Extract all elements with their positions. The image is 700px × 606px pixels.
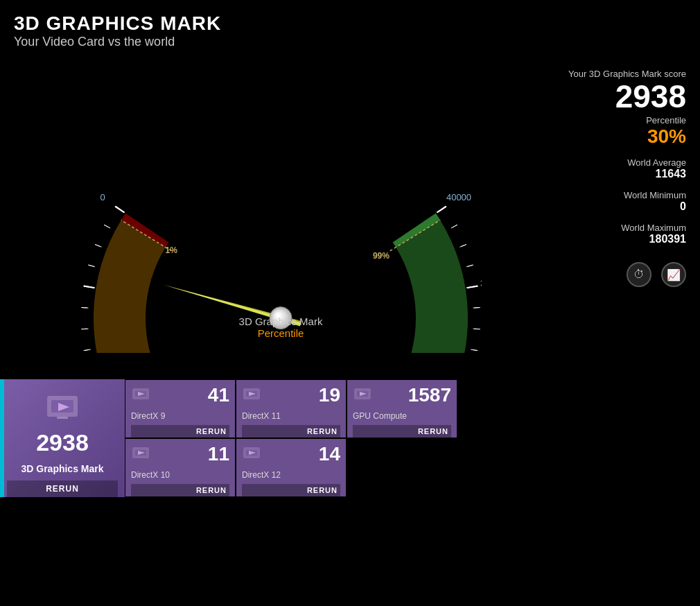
tile-directx11-score: 19 bbox=[319, 384, 340, 406]
gauge-area: 3D Graphics Mark Percentile bbox=[14, 62, 548, 360]
tile-directx9-top: 41 bbox=[131, 384, 229, 406]
gauge-label: 3D Graphics Mark Percentile bbox=[239, 315, 323, 339]
tile-directx11-top: 19 bbox=[242, 384, 340, 406]
main-tile: 2938 3D Graphics Mark RERUN bbox=[0, 379, 125, 497]
tile-directx10-score: 11 bbox=[208, 443, 229, 465]
gauge-center-label: 3D Graphics Mark bbox=[239, 315, 323, 327]
main-tile-icon bbox=[44, 389, 80, 425]
world-minimum-row: World Minimum 0 bbox=[554, 190, 686, 213]
page-subtitle: Your Video Card vs the world bbox=[14, 35, 686, 49]
gauge-canvas bbox=[80, 62, 482, 353]
tile-directx9-score: 41 bbox=[208, 384, 229, 406]
tile-directx11-rerun[interactable]: RERUN bbox=[242, 425, 340, 438]
world-average-row: World Average 11643 bbox=[554, 157, 686, 180]
tile-directx10: 11 DirectX 10 RERUN bbox=[125, 438, 236, 497]
percentile-value: 30% bbox=[554, 125, 686, 148]
tile-directx12-top: 14 bbox=[242, 443, 340, 465]
tile-gpu-compute: 1587 GPU Compute RERUN bbox=[347, 379, 457, 438]
header: 3D GRAPHICS MARK Your Video Card vs the … bbox=[0, 0, 700, 55]
main-content: 3D Graphics Mark Percentile Your 3D Grap… bbox=[0, 62, 700, 360]
main-tile-score: 2938 bbox=[36, 429, 89, 456]
tile-directx10-rerun[interactable]: RERUN bbox=[131, 484, 229, 496]
tile-gpu-compute-label: GPU Compute bbox=[353, 411, 451, 421]
main-tile-top: 2938 bbox=[36, 389, 89, 456]
tile-directx10-icon bbox=[131, 443, 150, 462]
tile-directx12-label: DirectX 12 bbox=[242, 470, 340, 480]
score-label: Your 3D Graphics Mark score bbox=[554, 69, 686, 79]
world-average-value: 11643 bbox=[554, 168, 686, 180]
main-tile-rerun[interactable]: RERUN bbox=[7, 481, 118, 497]
gauge-icon-button[interactable]: ⏱ bbox=[627, 262, 651, 287]
world-average-label: World Average bbox=[554, 157, 686, 168]
main-tile-label: 3D Graphics Mark bbox=[21, 463, 103, 474]
tile-gpu-compute-rerun[interactable]: RERUN bbox=[353, 425, 451, 438]
tile-directx11-label: DirectX 11 bbox=[242, 411, 340, 421]
tile-directx9-icon bbox=[131, 384, 150, 404]
tile-directx9-rerun[interactable]: RERUN bbox=[131, 425, 229, 438]
tile-directx12-icon bbox=[242, 443, 261, 462]
tile-gpu-compute-top: 1587 bbox=[353, 384, 451, 406]
score-value: 2938 bbox=[554, 80, 686, 112]
gauge-center-sublabel: Percentile bbox=[239, 327, 323, 339]
tile-directx11: 19 DirectX 11 RERUN bbox=[236, 379, 347, 438]
tile-gpu-compute-icon bbox=[353, 384, 372, 404]
world-minimum-label: World Minimum bbox=[554, 190, 686, 200]
tiles-section: 2938 3D Graphics Mark RERUN 41 DirectX 9… bbox=[0, 372, 700, 497]
tile-gpu-compute-score: 1587 bbox=[408, 384, 451, 406]
tile-directx12-rerun[interactable]: RERUN bbox=[242, 484, 340, 496]
tile-directx11-icon bbox=[242, 384, 261, 404]
svg-rect-3 bbox=[57, 417, 68, 419]
world-minimum-value: 0 bbox=[554, 200, 686, 213]
percentile-label: Percentile bbox=[554, 115, 686, 125]
page-title: 3D GRAPHICS MARK bbox=[14, 12, 686, 35]
tile-directx9: 41 DirectX 9 RERUN bbox=[125, 379, 236, 438]
world-maximum-value: 180391 bbox=[554, 233, 686, 245]
tile-directx9-label: DirectX 9 bbox=[131, 411, 229, 421]
icon-row: ⏱ 📈 bbox=[554, 262, 686, 287]
tile-directx12: 14 DirectX 12 RERUN bbox=[236, 438, 347, 497]
chart-icon-button[interactable]: 📈 bbox=[661, 262, 686, 287]
tile-directx10-label: DirectX 10 bbox=[131, 470, 229, 480]
world-maximum-label: World Maximum bbox=[554, 223, 686, 233]
tile-directx10-top: 11 bbox=[131, 443, 229, 465]
world-maximum-row: World Maximum 180391 bbox=[554, 223, 686, 245]
tile-directx12-score: 14 bbox=[319, 443, 340, 465]
tile-empty bbox=[347, 438, 457, 497]
tiles-grid: 41 DirectX 9 RERUN 19 DirectX 11 RERUN bbox=[125, 379, 457, 497]
stats-panel: Your 3D Graphics Mark score 2938 Percent… bbox=[548, 62, 686, 360]
